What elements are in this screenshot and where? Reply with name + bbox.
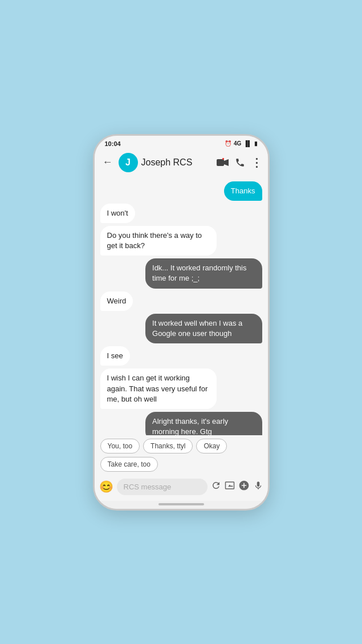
app-bar-actions: ⋮ [217, 156, 262, 169]
message-text: Weird [107, 297, 127, 305]
input-actions [211, 480, 263, 494]
bubble-sent: Idk... It worked randomly this time for … [145, 258, 262, 288]
app-bar: ← J Joseph RCS ⋮ [95, 149, 268, 177]
message-5: Weird [100, 291, 262, 311]
status-bar: 10:04 ⏰ 4G ▐▌ ▮ [95, 136, 268, 149]
signal-icon: ▐▌ [243, 140, 251, 147]
emoji-button[interactable]: 😊 [99, 480, 113, 493]
network-indicator: 4G [234, 140, 241, 147]
message-text: Thanks [231, 187, 255, 195]
home-indicator [95, 501, 268, 509]
avatar: J [119, 153, 138, 172]
bubble-received: I won't [100, 204, 135, 223]
quick-reply-1[interactable]: Thanks, ttyl [143, 439, 193, 453]
call-icon[interactable] [235, 157, 245, 168]
svg-marker-1 [224, 159, 229, 166]
message-3: Do you think there's a way to get it bac… [100, 226, 262, 256]
battery-icon: ▮ [254, 140, 258, 147]
message-text: I see [107, 351, 123, 360]
add-icon[interactable] [238, 480, 250, 494]
bubble-sent: Thanks [224, 181, 262, 201]
home-bar [158, 503, 204, 505]
message-text: Do you think there's a way to get it bac… [107, 231, 202, 250]
input-bar: 😊 RCS message [95, 475, 268, 501]
bubble-received: Weird [100, 291, 133, 311]
svg-rect-2 [222, 158, 224, 160]
back-button[interactable]: ← [100, 155, 115, 169]
message-input[interactable]: RCS message [117, 479, 208, 495]
bubble-received: I wish I can get it working again. That … [100, 368, 217, 409]
refresh-icon[interactable] [211, 480, 221, 493]
phone-shell: 10:04 ⏰ 4G ▐▌ ▮ ← J Joseph RCS ⋮ [93, 134, 270, 511]
input-placeholder: RCS message [124, 483, 172, 491]
mic-icon[interactable] [253, 480, 263, 493]
status-icons: ⏰ 4G ▐▌ ▮ [225, 140, 258, 147]
quick-reply-3[interactable]: Take care, too [100, 457, 158, 472]
message-text: Idk... It worked randomly this time for … [152, 264, 246, 282]
message-text: Alright thanks, it's early morning here.… [152, 417, 228, 435]
messages-area: Thanks I won't Do you think there's a wa… [95, 177, 268, 435]
bubble-received: I see [100, 346, 130, 366]
video-call-icon[interactable] [217, 158, 229, 167]
message-4: Idk... It worked randomly this time for … [100, 258, 262, 288]
bubble-sent: Alright thanks, it's early morning here.… [145, 412, 262, 435]
bubble-sent: It worked well when I was a Google one u… [145, 314, 262, 343]
quick-reply-2[interactable]: Okay [196, 439, 227, 453]
bubble-received: Do you think there's a way to get it bac… [100, 226, 217, 256]
message-1: Thanks [100, 181, 262, 201]
message-7: I see [100, 346, 262, 366]
alarm-icon: ⏰ [225, 140, 231, 147]
status-time: 10:04 [105, 140, 121, 147]
message-2: I won't [100, 204, 262, 223]
message-8: I wish I can get it working again. That … [100, 368, 262, 409]
quick-replies: You, too Thanks, ttyl Okay Take care, to… [95, 435, 268, 475]
quick-reply-0[interactable]: You, too [100, 439, 140, 453]
more-options-icon[interactable]: ⋮ [251, 156, 262, 169]
message-9: Alright thanks, it's early morning here.… [100, 412, 262, 435]
message-text: I won't [107, 209, 128, 217]
message-6: It worked well when I was a Google one u… [100, 314, 262, 343]
message-text: I wish I can get it working again. That … [107, 374, 208, 403]
message-text: It worked well when I was a Google one u… [152, 319, 242, 338]
svg-rect-0 [217, 159, 224, 166]
media-icon[interactable] [225, 480, 235, 493]
contact-name: Joseph RCS [141, 157, 213, 168]
